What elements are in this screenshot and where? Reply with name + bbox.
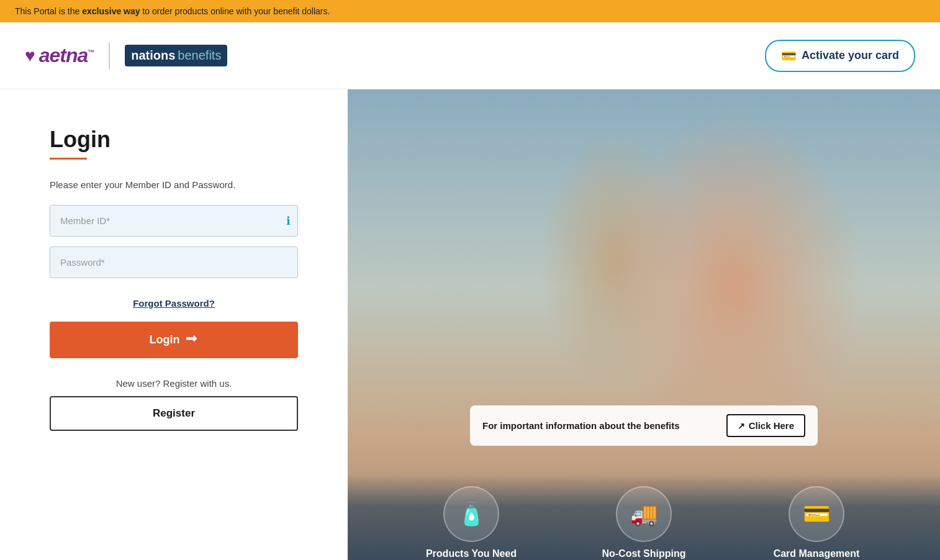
login-arrow-icon: ⮕ xyxy=(186,333,198,347)
hero-image: For important information about the bene… xyxy=(348,89,940,560)
page-title: Login xyxy=(50,127,298,153)
nations-benefits-logo: nations benefits xyxy=(125,45,227,66)
shipping-title: No-Cost Shipping xyxy=(602,548,685,559)
member-id-info-icon[interactable]: ℹ xyxy=(286,214,291,228)
password-input[interactable] xyxy=(50,246,298,278)
aetna-heart-icon: ♥ xyxy=(25,46,35,66)
login-instruction: Please enter your Member ID and Password… xyxy=(50,179,298,190)
info-bar: For important information about the bene… xyxy=(470,405,818,446)
logo-divider xyxy=(109,42,110,70)
banner-text: This Portal is the exclusive way to orde… xyxy=(15,6,330,16)
feature-card-products: 🧴 Products You Need Shop hundreds of bra… xyxy=(415,486,527,560)
aetna-logo: ♥ aetna™ xyxy=(25,44,94,67)
activate-card-button[interactable]: 💳 Activate your card xyxy=(765,40,915,72)
title-underline xyxy=(50,158,87,160)
products-icon: 🧴 xyxy=(443,486,499,542)
member-id-input[interactable] xyxy=(50,205,298,237)
feature-cards: 🧴 Products You Need Shop hundreds of bra… xyxy=(348,474,940,560)
click-here-button[interactable]: ↗ Click Here xyxy=(726,414,805,437)
right-panel: For important information about the bene… xyxy=(348,89,940,560)
register-section: New user? Register with us. Register xyxy=(50,378,298,431)
aetna-wordmark: aetna™ xyxy=(39,44,94,67)
forgot-password-link-wrapper: Forgot Password? xyxy=(50,298,298,309)
forgot-password-link[interactable]: Forgot Password? xyxy=(133,298,215,309)
register-button[interactable]: Register xyxy=(50,396,298,431)
header: ♥ aetna™ nations benefits 💳 Activate you… xyxy=(0,22,940,89)
top-banner: This Portal is the exclusive way to orde… xyxy=(0,0,940,22)
shipping-icon: 🚚 xyxy=(616,486,672,542)
feature-card-card-mgmt: 💳 Card Management Activate and manage yo… xyxy=(761,486,872,560)
member-id-wrapper: ℹ xyxy=(50,205,298,237)
products-title: Products You Need xyxy=(426,548,517,559)
feature-card-shipping: 🚚 No-Cost Shipping Allow 2 days for deli… xyxy=(588,486,700,560)
register-label: New user? Register with us. xyxy=(50,378,298,389)
info-bar-text: For important information about the bene… xyxy=(482,420,716,431)
login-button[interactable]: Login ⮕ xyxy=(50,322,298,358)
card-mgmt-icon: 💳 xyxy=(789,486,844,542)
card-mgmt-title: Card Management xyxy=(774,548,860,559)
left-panel: Login Please enter your Member ID and Pa… xyxy=(0,89,348,560)
main-layout: Login Please enter your Member ID and Pa… xyxy=(0,89,940,560)
card-icon: 💳 xyxy=(781,48,797,63)
logo-area: ♥ aetna™ nations benefits xyxy=(25,42,227,70)
external-link-icon: ↗ xyxy=(738,421,745,431)
benefits-wordmark: benefits xyxy=(178,48,221,63)
nations-wordmark: nations xyxy=(131,48,175,63)
password-wrapper xyxy=(50,246,298,278)
